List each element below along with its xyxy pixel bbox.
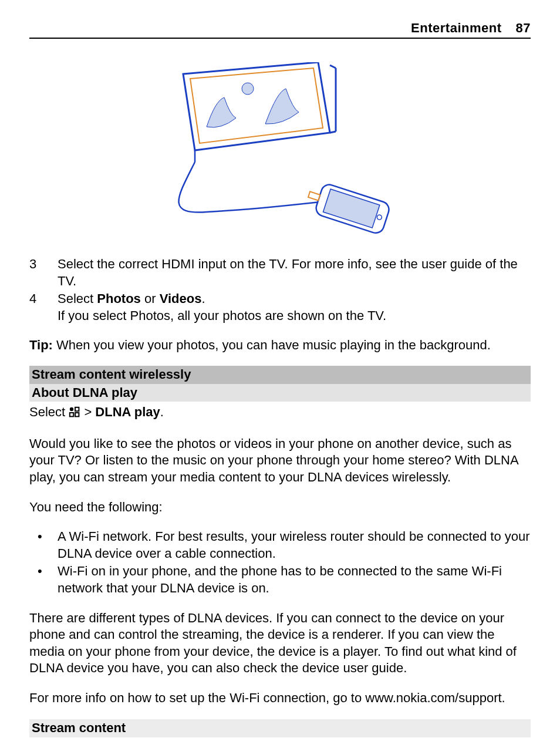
photos-option: Photos	[97, 291, 141, 306]
step-text: Select Photos or Videos. If you select P…	[58, 291, 531, 324]
svg-point-2	[242, 83, 254, 95]
svg-point-10	[70, 407, 73, 411]
svg-rect-9	[308, 191, 320, 200]
section-title: Entertainment	[411, 21, 501, 35]
svg-rect-12	[70, 413, 73, 416]
svg-rect-13	[75, 413, 79, 416]
paragraph: For more info on how to set up the Wi-Fi…	[29, 690, 531, 707]
section-heading-stream-wirelessly: Stream content wirelessly	[29, 366, 531, 384]
subsection-heading-about-dlna: About DLNA play	[29, 384, 531, 402]
page-header: Entertainment87	[411, 20, 531, 37]
apps-menu-icon	[69, 406, 80, 423]
select-instruction: Select > DLNA play.	[29, 404, 531, 423]
paragraph: Would you like to see the photos or vide…	[29, 436, 531, 486]
bullet-icon: •	[29, 563, 58, 597]
paragraph: You need the following:	[29, 499, 531, 516]
svg-line-4	[330, 132, 336, 133]
paragraph: There are different types of DLNA device…	[29, 610, 531, 677]
list-item: • Wi-Fi on in your phone, and the phone …	[29, 563, 531, 597]
dlna-play-menu: DLNA play	[95, 405, 160, 419]
page-number: 87	[516, 21, 531, 35]
step-text: Select the correct HDMI input on the TV.…	[58, 256, 531, 289]
step-4: 4 Select Photos or Videos. If you select…	[29, 291, 531, 324]
phone-to-tv-illustration	[160, 62, 400, 238]
header-rule: Entertainment87	[29, 38, 531, 39]
bullet-icon: •	[29, 528, 58, 562]
svg-rect-11	[75, 407, 79, 411]
step-number: 4	[29, 291, 58, 324]
tip-text: When you view your photos, you can have …	[53, 338, 491, 352]
svg-line-3	[330, 65, 336, 68]
list-item: • A Wi-Fi network. For best results, you…	[29, 528, 531, 562]
step-subtext: If you select Photos, all your photos ar…	[58, 308, 531, 325]
requirements-list: • A Wi-Fi network. For best results, you…	[29, 528, 531, 597]
videos-option: Videos	[160, 291, 202, 306]
step-3: 3 Select the correct HDMI input on the T…	[29, 256, 531, 289]
tip: Tip: When you view your photos, you can …	[29, 337, 531, 354]
step-number: 3	[29, 256, 58, 289]
tip-label: Tip:	[29, 338, 53, 352]
subsection-heading-stream-content: Stream content	[29, 719, 531, 737]
